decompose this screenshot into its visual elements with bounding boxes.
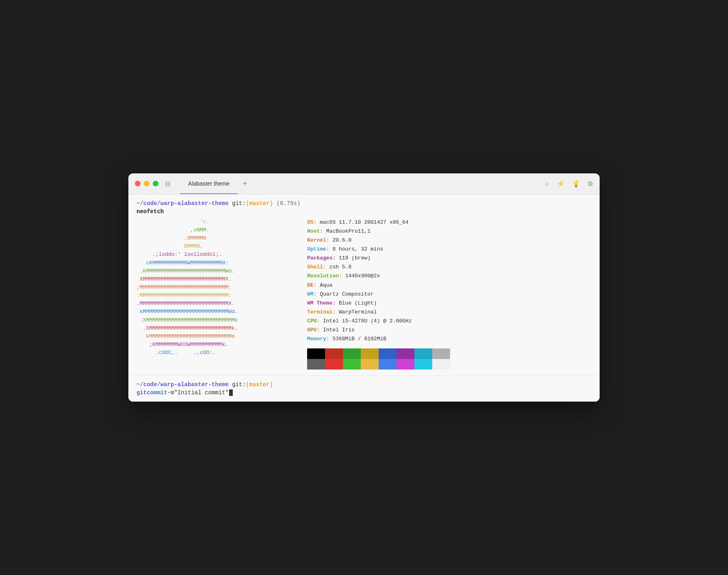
prompt-line-2: ~/code/warp-alabaster-theme git:(master) — [136, 381, 592, 388]
tabs: Alabaster theme + — [180, 173, 252, 194]
logo-line-17: .cOOC,. .,cOO:. — [136, 349, 291, 357]
swatch-cyan — [414, 348, 432, 359]
info-os: OS: macOS 11.7.10 20G1427 x86_64 — [307, 218, 450, 227]
bolt-icon[interactable]: ⚡ — [557, 180, 565, 188]
logo-line-16: ;KMMMMMMMWXXWMMMMMMMMMMk. — [136, 341, 291, 349]
swatch-yellow — [361, 348, 379, 359]
titlebar: ⊟ Alabaster theme + ⌕ ⚡ 💡 ⚙ — [128, 173, 600, 195]
command-neofetch: neofetch — [136, 208, 592, 215]
info-packages: Packages: 119 (brew) — [307, 254, 450, 263]
new-tab-button[interactable]: + — [238, 173, 252, 194]
wm-label: WM: — [307, 291, 316, 297]
close-button[interactable] — [135, 181, 141, 186]
memory-val: 5368MiB / 8192MiB — [329, 336, 386, 342]
swatch-bright-white — [432, 359, 450, 370]
logo-line-15: kMMMMMMMMMMMMMMMMMMMMMMMMMMd — [136, 333, 291, 341]
swatch-black — [307, 348, 325, 359]
packages-label: Packages: — [307, 255, 336, 261]
host-label: Host: — [307, 228, 323, 234]
logo-line-11: .MMMMMMMMMMMMMMMMMMMMMMMMMMMMX. — [136, 300, 291, 308]
traffic-lights — [135, 181, 158, 186]
wmtheme-label: WM Theme: — [307, 300, 336, 306]
search-icon[interactable]: ⌕ — [545, 180, 549, 188]
info-uptime: Uptime: 8 hours, 32 mins — [307, 245, 450, 254]
color-palette-container — [307, 348, 450, 370]
cmd-git: git — [136, 389, 147, 396]
os-label: OS: — [307, 219, 316, 225]
shell-label: Shell: — [307, 264, 326, 270]
cpu-val: Intel i5-4278U (4) @ 2.60GHz — [320, 318, 412, 324]
packages-val: 119 (brew) — [336, 255, 370, 261]
kernel-val: 20.6.0 — [329, 237, 352, 243]
swatch-bright-purple — [396, 359, 414, 370]
swatch-bright-green — [343, 359, 361, 370]
gpu-val: Intel Iris — [320, 327, 355, 333]
terminal-val: WarpTerminal — [336, 309, 377, 315]
uptime-val: 8 hours, 32 mins — [329, 246, 384, 252]
terminal-window: ⊟ Alabaster theme + ⌕ ⚡ 💡 ⚙ ~/code/warp-… — [128, 173, 600, 402]
swatch-blue — [379, 348, 396, 359]
logo-line-8: XMMMMMMMMMMMMMMMMMMMMMMMMMMX. — [136, 275, 291, 283]
input-block[interactable]: ~/code/warp-alabaster-theme git:(master)… — [128, 376, 600, 402]
lightbulb-icon[interactable]: 💡 — [572, 180, 580, 188]
titlebar-icons: ⌕ ⚡ 💡 ⚙ — [545, 180, 593, 188]
terminal-label: Terminal: — [307, 309, 336, 315]
cursor — [229, 389, 233, 396]
info-resolution: Resolution: 1440x900@2x — [307, 272, 450, 281]
resolution-label: Resolution: — [307, 273, 342, 279]
cmd-flag: -m — [167, 389, 174, 396]
memory-label: Memory: — [307, 336, 329, 342]
prompt-branch-1: (master) — [246, 200, 273, 207]
kernel-label: Kernel: — [307, 237, 329, 243]
resolution-val: 1440x900@2x — [342, 273, 380, 279]
wm-val: Quartz Compositor — [316, 291, 373, 297]
swatch-bright-black — [307, 359, 325, 370]
logo-line-13: .XMMMMMMMMMMMMMMMMMMMMMMMMMMMMk — [136, 316, 291, 324]
logo-line-14: .XMMMMMMMMMMMMMMMMMMMMMMMMMMk. — [136, 324, 291, 333]
minimize-button[interactable] — [144, 181, 150, 186]
tab-label: Alabaster theme — [188, 180, 230, 187]
gear-icon[interactable]: ⚙ — [587, 180, 593, 188]
logo-line-6: cKMMMMMMMMMMNWMMMMMMMMMM0: — [136, 259, 291, 267]
logo-line-7: .KMMMMMMMMMMMMMMMMMMMMMMMMMWd. — [136, 267, 291, 275]
tab-alabaster[interactable]: Alabaster theme — [180, 173, 238, 194]
prompt-git-label-2: git: — [229, 381, 246, 388]
logo-line-10: :MMMMMMMMMMMMMMMMMMMMMMMMMMMM: — [136, 292, 291, 300]
neofetch-info: OS: macOS 11.7.10 20G1427 x86_64 Host: M… — [307, 218, 450, 370]
maximize-button[interactable] — [153, 181, 158, 186]
swatch-bright-red — [325, 359, 343, 370]
prompt-branch-2: (master) — [246, 381, 273, 388]
info-kernel: Kernel: 20.6.0 — [307, 236, 450, 245]
swatch-bright-cyan — [414, 359, 432, 370]
uptime-label: Uptime: — [307, 246, 329, 252]
swatch-red — [325, 348, 343, 359]
logo-line-9: ;MMMMMMMMMMMMMMMMMMMMMMMMMMMM: — [136, 283, 291, 292]
logo-line-12: kMMMMMMMMMMMMMMMMMMMMMMMMMMMWd. — [136, 308, 291, 316]
de-val: Aqua — [316, 282, 332, 288]
swatch-bright-yellow — [361, 359, 379, 370]
cmd-message: "Initial commit" — [174, 389, 228, 396]
command-block-1: ~/code/warp-alabaster-theme git:(master)… — [128, 195, 600, 376]
gpu-label: GPU: — [307, 327, 320, 333]
info-gpu: GPU: Intel Iris — [307, 326, 450, 335]
neofetch-logo: 'c. ,xNMM. .OMMMM0 OMMM0, .;loddo:' lool… — [136, 218, 291, 370]
logo-line-5: .;loddo:' loolloddol;. — [136, 251, 291, 259]
swatch-bright-blue — [379, 359, 396, 370]
os-val: macOS 11.7.10 20G1427 x86_64 — [316, 219, 408, 225]
prompt-path-2: ~/code/warp-alabaster-theme — [136, 381, 229, 388]
info-memory: Memory: 5368MiB / 8192MiB — [307, 335, 450, 344]
sidebar-icon[interactable]: ⊟ — [165, 180, 170, 188]
logo-line-1: 'c. — [136, 218, 291, 226]
info-cpu: CPU: Intel i5-4278U (4) @ 2.60GHz — [307, 317, 450, 326]
prompt-git-label-1: git: — [229, 200, 246, 207]
logo-line-3: .OMMMM0 — [136, 234, 291, 242]
input-command[interactable]: git commit -m "Initial commit" — [136, 389, 592, 396]
neofetch-output: 'c. ,xNMM. .OMMMM0 OMMM0, .;loddo:' lool… — [136, 218, 592, 370]
info-wmtheme: WM Theme: Blue (Light) — [307, 299, 450, 308]
swatch-green — [343, 348, 361, 359]
terminal-body: ~/code/warp-alabaster-theme git:(master)… — [128, 195, 600, 402]
prompt-path-1: ~/code/warp-alabaster-theme — [136, 200, 229, 207]
de-label: DE: — [307, 282, 316, 288]
shell-val: zsh 5.8 — [326, 264, 351, 270]
prompt-line-1: ~/code/warp-alabaster-theme git:(master)… — [136, 200, 592, 207]
